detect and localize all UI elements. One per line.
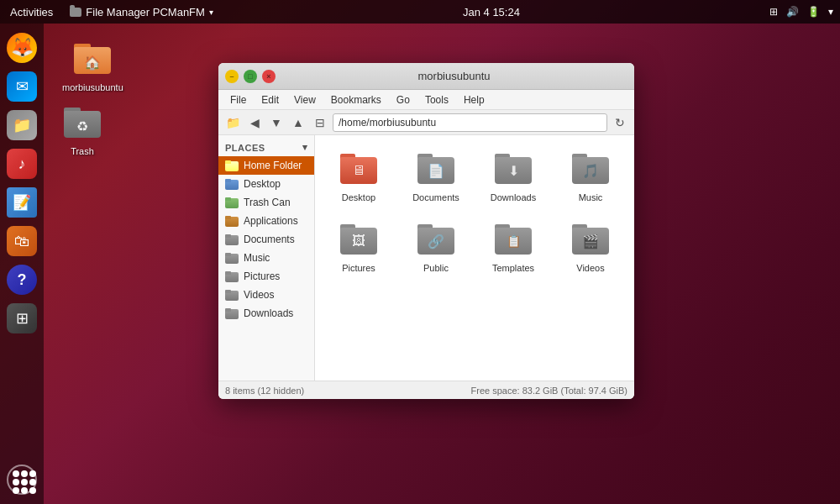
dock-files[interactable]: 📁 [4, 108, 39, 143]
close-button[interactable]: × [262, 70, 276, 83]
appstore-icon: 🛍 [7, 226, 37, 256]
videos-folder-label: Videos [576, 263, 604, 273]
minimize-button[interactable]: – [225, 70, 239, 83]
sidebar-item-trash[interactable]: Trash Can [218, 193, 314, 212]
sidebar-item-home[interactable]: Home Folder [218, 156, 314, 175]
maximize-button[interactable]: □ [244, 70, 257, 83]
pictures-folder-label: Pictures [342, 263, 375, 273]
documents-folder-label: Documents [412, 192, 459, 202]
sidebar-item-music[interactable]: Music [218, 249, 314, 267]
places-chevron[interactable]: ▾ [302, 142, 308, 153]
file-item-music[interactable]: 🎵 Music [555, 144, 626, 207]
sidebar-item-apps[interactable]: Applications [218, 212, 314, 230]
apps-grid-icon [7, 465, 37, 495]
top-bar-datetime: Jan 4 15:24 [220, 6, 763, 18]
desktop-folder-icon: 🖥 [339, 149, 379, 189]
sidebar-documents-icon [225, 234, 239, 245]
sidebar-downloads-icon [225, 308, 239, 319]
menu-view[interactable]: View [287, 92, 323, 108]
menu-go[interactable]: Go [390, 92, 417, 108]
forward-button[interactable]: ▼ [267, 113, 286, 132]
dock-appstore[interactable]: 🛍 [4, 223, 39, 259]
sidebar-item-pictures[interactable]: Pictures [218, 267, 314, 286]
sidebar-header: Places ▾ [218, 139, 314, 156]
activities-button[interactable]: Activities [0, 6, 63, 18]
dock-rhythmbox[interactable]: ♪ [4, 146, 39, 181]
system-chevron[interactable]: ▾ [828, 6, 833, 18]
app-name-label: File Manager PCManFM [86, 6, 205, 18]
menu-tools[interactable]: Tools [418, 92, 455, 108]
up-button[interactable]: ▲ [289, 113, 307, 132]
home-button[interactable]: ⊟ [311, 113, 329, 132]
desktop-icon-trash[interactable]: ♻ Trash [59, 99, 106, 160]
file-item-pictures[interactable]: 🖼 Pictures [323, 214, 394, 278]
menu-file[interactable]: File [223, 92, 253, 108]
statusbar: 8 items (12 hidden) Free space: 83.2 GiB… [218, 381, 634, 399]
dock-firefox[interactable]: 🦊 [4, 30, 39, 66]
content-area: Places ▾ Home Folder Desktop [218, 135, 634, 381]
top-bar-app[interactable]: File Manager PCManFM ▾ [63, 6, 220, 18]
public-folder-icon: 🔗 [416, 219, 456, 260]
app-folder-icon [70, 8, 81, 17]
sidebar-item-desktop[interactable]: Desktop [218, 175, 314, 193]
top-bar-right: ⊞ 🔊 🔋 ▾ [763, 6, 840, 18]
desktop-icon-home[interactable]: 🏠 morbiusubuntu [59, 35, 127, 96]
pictures-folder-icon: 🖼 [339, 219, 379, 260]
network-icon[interactable]: ⊞ [769, 6, 778, 18]
help-icon: ? [7, 265, 37, 295]
rhythmbox-icon: ♪ [7, 149, 37, 179]
menu-help[interactable]: Help [457, 92, 491, 108]
file-item-desktop[interactable]: 🖥 Desktop [323, 144, 394, 207]
menu-edit[interactable]: Edit [255, 92, 286, 108]
dock: 🦊 ✉ 📁 ♪ 📝 🛍 ? ⊞ [0, 24, 44, 504]
app-chevron: ▾ [209, 8, 213, 17]
writer-icon: 📝 [7, 187, 37, 218]
dock-thunderbird[interactable]: ✉ [4, 69, 39, 104]
sidebar-home-icon [225, 160, 239, 171]
back-button[interactable]: ◀ [245, 113, 264, 132]
sidebar-trash-icon [225, 197, 239, 208]
file-item-downloads[interactable]: ⬇ Downloads [478, 144, 549, 207]
overview-icon: ⊞ [7, 303, 37, 333]
file-item-documents[interactable]: 📄 Documents [401, 144, 471, 207]
firefox-icon: 🦊 [7, 33, 37, 63]
trash-icon-label: Trash [71, 146, 94, 156]
sidebar-item-downloads[interactable]: Downloads [218, 304, 314, 323]
new-folder-button[interactable]: 📁 [223, 113, 242, 132]
dock-writer[interactable]: 📝 [4, 185, 39, 220]
titlebar: – □ × morbiusubuntu [218, 63, 634, 90]
statusbar-left: 8 items (12 hidden) [225, 386, 304, 396]
public-folder-label: Public [423, 263, 449, 273]
file-item-public[interactable]: 🔗 Public [401, 214, 471, 278]
toolbar: 📁 ◀ ▼ ▲ ⊟ ↻ [218, 110, 634, 135]
sidebar: Places ▾ Home Folder Desktop [218, 135, 315, 381]
home-icon-label: morbiusubuntu [62, 82, 123, 92]
statusbar-right: Free space: 83.2 GiB (Total: 97.4 GiB) [471, 386, 627, 396]
sidebar-apps-icon [225, 216, 239, 227]
music-folder-label: Music [579, 192, 603, 202]
sidebar-videos-icon [225, 290, 239, 301]
trash-folder-icon: ♻ [62, 102, 102, 143]
file-item-templates[interactable]: 📋 Templates [478, 214, 549, 278]
dock-overview[interactable]: ⊞ [4, 301, 39, 336]
sidebar-music-icon [225, 253, 239, 264]
battery-icon[interactable]: 🔋 [807, 6, 820, 18]
documents-folder-icon: 📄 [416, 149, 456, 189]
sidebar-item-videos[interactable]: Videos [218, 286, 314, 304]
file-item-videos[interactable]: 🎬 Videos [555, 214, 626, 278]
volume-icon[interactable]: 🔊 [786, 6, 799, 18]
show-apps-button[interactable] [4, 462, 39, 497]
file-manager-window: – □ × morbiusubuntu File Edit View Bookm… [218, 63, 634, 399]
templates-folder-label: Templates [492, 263, 534, 273]
files-grid: 🖥 Desktop 📄 [323, 144, 626, 278]
templates-folder-icon: 📋 [493, 219, 533, 260]
downloads-folder-label: Downloads [491, 192, 536, 202]
desktop-folder-label: Desktop [342, 192, 375, 202]
address-bar[interactable] [333, 113, 607, 132]
reload-button[interactable]: ↻ [611, 113, 629, 132]
dock-help[interactable]: ? [4, 262, 39, 297]
window-title: morbiusubuntu [281, 70, 627, 82]
menu-bookmarks[interactable]: Bookmarks [324, 92, 388, 108]
sidebar-item-documents[interactable]: Documents [218, 230, 314, 249]
videos-folder-icon: 🎬 [570, 219, 611, 260]
